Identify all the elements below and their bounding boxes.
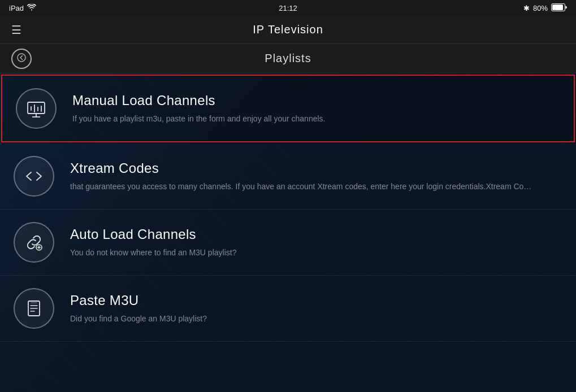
- wifi-icon: [27, 4, 36, 12]
- xtream-codes-icon-circle: [14, 156, 54, 197]
- svg-point-2: [18, 54, 25, 62]
- auto-load-title: Auto Load Channels: [70, 227, 562, 242]
- svg-rect-1: [552, 5, 563, 10]
- paste-m3u-text: Paste M3U Did you find a Google an M3U p…: [70, 293, 562, 325]
- back-button[interactable]: [11, 49, 32, 69]
- bluetooth-icon: ✱: [523, 4, 530, 12]
- paste-m3u-icon-circle: [14, 288, 54, 329]
- code-icon: [23, 165, 45, 187]
- app-title: IP Television: [253, 23, 323, 36]
- status-left: iPad: [9, 4, 36, 12]
- paste-m3u-title: Paste M3U: [70, 293, 562, 308]
- link-icon: [23, 232, 45, 253]
- list-item-paste-m3u[interactable]: Paste M3U Did you find a Google an M3U p…: [0, 276, 576, 342]
- playlists-title: Playlists: [265, 52, 311, 65]
- back-icon: [17, 53, 26, 64]
- list-item-xtream-codes[interactable]: Xtream Codes that guarantees you access …: [0, 143, 576, 210]
- status-time: 21:12: [279, 4, 297, 12]
- svg-rect-3: [28, 102, 45, 114]
- device-label: iPad: [9, 4, 24, 12]
- playlists-header: Playlists: [0, 44, 576, 73]
- content-area: Manual Load Channels If you have a playl…: [0, 73, 576, 392]
- manual-load-icon-circle: [16, 88, 57, 129]
- battery-icon: [551, 3, 567, 13]
- xtream-codes-text: Xtream Codes that guarantees you access …: [70, 160, 562, 193]
- battery-percent: 80%: [533, 4, 548, 12]
- auto-load-text: Auto Load Channels You do not know where…: [70, 227, 562, 259]
- auto-load-desc: You do not know where to find an M3U pla…: [70, 247, 534, 259]
- status-bar: iPad 21:12 ✱ 80%: [0, 0, 576, 16]
- status-right: ✱ 80%: [523, 3, 567, 13]
- file-icon: [23, 298, 45, 319]
- menu-icon[interactable]: ☰: [11, 23, 21, 37]
- list-item-auto-load[interactable]: Auto Load Channels You do not know where…: [0, 210, 576, 276]
- nav-bar: ☰ IP Television: [0, 16, 576, 44]
- xtream-codes-title: Xtream Codes: [70, 160, 562, 176]
- list-item-manual-load[interactable]: Manual Load Channels If you have a playl…: [1, 75, 575, 142]
- manual-load-desc: If you have a playlist m3u, paste in the…: [72, 113, 536, 125]
- paste-m3u-desc: Did you find a Google an M3U playlist?: [70, 313, 534, 325]
- auto-load-icon-circle: [14, 222, 54, 263]
- manual-load-title: Manual Load Channels: [72, 93, 560, 108]
- manual-load-text: Manual Load Channels If you have a playl…: [72, 93, 560, 125]
- xtream-codes-desc: that guarantees you access to many chann…: [70, 181, 534, 193]
- tv-icon: [25, 98, 47, 119]
